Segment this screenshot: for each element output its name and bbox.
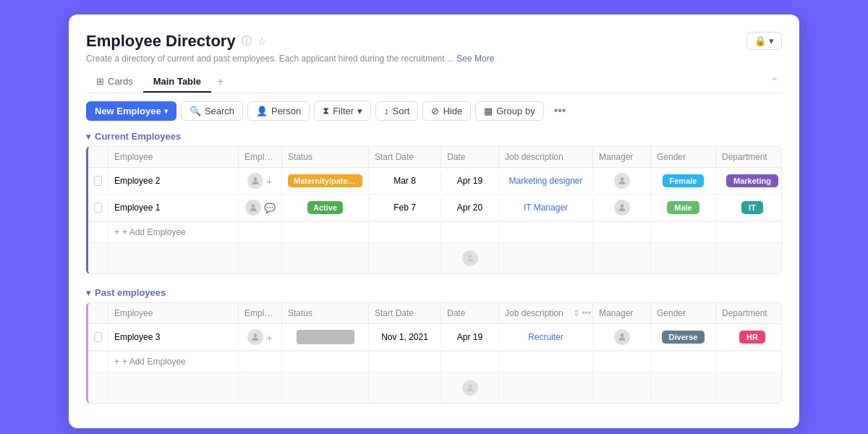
col-employee-avatar: Employee [239, 147, 282, 167]
add-checkbox-cell [88, 222, 109, 242]
add-cell-5 [441, 352, 499, 372]
comment-icon[interactable]: 💬 [264, 203, 276, 213]
date-cell: Apr 19 [441, 171, 499, 191]
job-link[interactable]: Marketing designer [509, 176, 582, 186]
row-checkbox[interactable] [88, 197, 109, 218]
tab-cards[interactable]: ⊞ Cards [86, 72, 143, 93]
col-checkbox [88, 147, 109, 167]
table-row: Employee 1 💬 Active Feb 7 Apr 20 IT Mana… [88, 195, 781, 221]
add-employee-row[interactable]: + + Add Employee [88, 221, 781, 242]
sort-icon: ↕ [384, 106, 389, 116]
section-collapse-icon: ▾ [86, 288, 90, 298]
gender-cell: Female [651, 169, 716, 192]
past-employees-table: Employee Employee Status Start Date Date… [86, 302, 782, 404]
department-cell: Marketing [716, 169, 782, 192]
col-start-date: Start Date [369, 303, 441, 323]
col-employee-avatar: Employee [239, 303, 282, 323]
table-row: Employee 3 + Nov 1, 2021 Apr 19 Recruite… [88, 324, 781, 351]
add-cell-3 [282, 222, 369, 242]
add-icon: + [114, 357, 119, 367]
svg-point-6 [620, 333, 624, 337]
add-tab-button[interactable]: + [211, 71, 229, 93]
job-cell: Recruiter [499, 327, 593, 347]
description-text: Create a directory of current and past e… [86, 54, 782, 64]
info-icon[interactable]: ⓘ [242, 35, 252, 48]
main-card: Employee Directory ⓘ ☆ 🔒 ▾ Create a dire… [69, 14, 799, 428]
past-table-header: Employee Employee Status Start Date Date… [88, 303, 781, 324]
resize-icon[interactable]: ⇕ [573, 308, 580, 318]
manager-avatar [614, 329, 630, 345]
avatar [247, 173, 263, 189]
new-employee-button[interactable]: New Employee ▾ [86, 101, 176, 121]
avatar [245, 200, 261, 216]
add-cell-8 [651, 222, 716, 242]
filter-chevron: ▾ [357, 106, 362, 116]
manager-avatar [614, 173, 630, 189]
filter-button[interactable]: ⧗ Filter ▾ [314, 101, 371, 121]
row-checkbox[interactable] [88, 327, 109, 347]
date-cell: Apr 19 [441, 327, 499, 347]
manager-cell [593, 324, 651, 350]
department-badge: IT [741, 201, 763, 214]
col-checkbox [88, 303, 109, 323]
employee-avatar-cell: 💬 [239, 195, 282, 221]
section-collapse-icon: ▾ [86, 132, 90, 142]
hide-button[interactable]: ⊘ Hide [422, 101, 471, 121]
col-start-date: Start Date [369, 147, 441, 167]
svg-point-7 [468, 384, 472, 388]
job-link[interactable]: IT Manager [524, 203, 568, 213]
svg-point-3 [620, 204, 624, 208]
add-cell-3 [282, 352, 369, 372]
avatar [247, 329, 263, 345]
person-button[interactable]: 👤 Person [247, 101, 310, 121]
department-cell: IT [716, 196, 782, 219]
past-section-header[interactable]: ▾ Past employees [86, 287, 782, 298]
col-employee-name: Employee [109, 147, 239, 167]
add-cell-6 [499, 222, 593, 242]
empty-avatar [462, 380, 478, 396]
more-options-button[interactable]: ••• [548, 101, 572, 121]
col-more-icon[interactable]: ••• [582, 308, 591, 318]
col-date: Date [441, 147, 499, 167]
employee-name: Employee 3 [109, 327, 239, 347]
tab-main-table[interactable]: Main Table [143, 72, 211, 93]
col-department: Department [716, 303, 782, 323]
current-section-header[interactable]: ▾ Current Employees [86, 131, 782, 142]
gender-badge: Male [667, 201, 699, 214]
filter-icon: ⧗ [323, 105, 329, 116]
group-by-button[interactable]: ▦ Group by [475, 101, 543, 121]
hide-icon: ⊘ [431, 106, 439, 116]
svg-point-5 [254, 333, 258, 337]
collapse-icon[interactable]: ⌃ [770, 75, 779, 89]
toolbar: New Employee ▾ 🔍 Search 👤 Person ⧗ Filte… [86, 101, 782, 121]
sort-button[interactable]: ↕ Sort [375, 101, 418, 121]
department-cell: HR [716, 326, 782, 349]
svg-point-1 [620, 177, 624, 181]
add-checkbox-cell [88, 352, 109, 372]
add-person-icon[interactable]: + [266, 331, 273, 344]
table-row: Employee 2 + Maternity/paternit... Mar 8… [88, 168, 781, 195]
search-button[interactable]: 🔍 Search [181, 101, 243, 121]
tabs-row: ⊞ Cards Main Table + ⌃ [86, 71, 782, 93]
lock-icon: 🔒 [754, 35, 766, 46]
employee-avatar-cell: + [239, 324, 282, 350]
header: Employee Directory ⓘ ☆ 🔒 ▾ [86, 32, 782, 51]
star-icon[interactable]: ☆ [258, 35, 267, 47]
department-badge: Marketing [726, 174, 778, 187]
col-date: Date [441, 303, 499, 323]
add-employee-row[interactable]: + + Add Employee [88, 351, 781, 372]
gender-cell: Male [651, 196, 716, 219]
row-checkbox[interactable] [88, 171, 109, 191]
cards-icon: ⊞ [96, 76, 104, 87]
add-cell-2 [239, 352, 282, 372]
lock-button[interactable]: 🔒 ▾ [746, 32, 782, 50]
employee-avatar-cell: + [239, 168, 282, 194]
add-employee-cell[interactable]: + + Add Employee [109, 352, 239, 372]
add-person-icon[interactable]: + [266, 175, 273, 187]
add-employee-cell[interactable]: + + Add Employee [109, 222, 239, 242]
lock-chevron: ▾ [769, 35, 774, 46]
date-cell: Apr 20 [441, 197, 499, 218]
job-link[interactable]: Recruiter [528, 332, 563, 342]
see-more-link[interactable]: See More [456, 54, 494, 64]
status-cell [282, 325, 369, 349]
